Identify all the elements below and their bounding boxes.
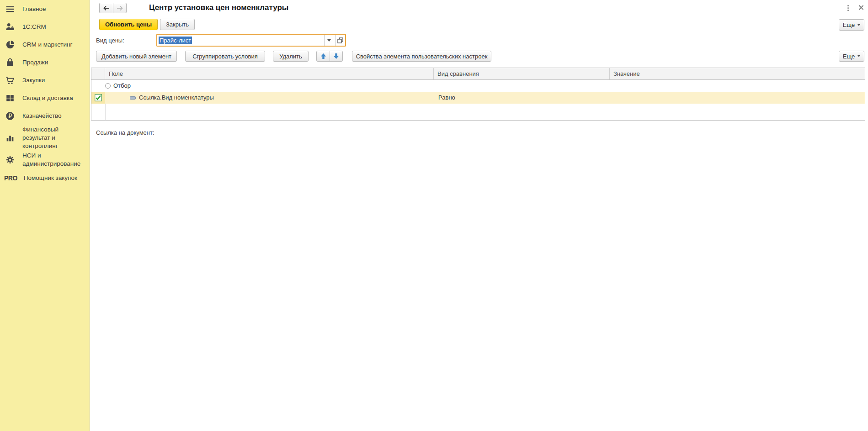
- table-row-group[interactable]: Отбор: [91, 80, 865, 92]
- sidebar-item-label: Казначейство: [22, 112, 62, 120]
- settings-properties-button[interactable]: Свойства элемента пользовательских настр…: [352, 51, 491, 62]
- header-checkbox-column: [91, 68, 105, 79]
- row-checkbox-cell: [91, 92, 105, 104]
- filter-table: Поле Вид сравнения Значение Отбор Ссылка…: [91, 68, 865, 121]
- sidebar-item-label: Закупки: [22, 76, 45, 84]
- page-title: Центр установка цен номенклатуры: [149, 3, 288, 12]
- header-comparison-column: Вид сравнения: [434, 68, 610, 79]
- grid-icon: [4, 93, 16, 103]
- more-button-label: Еще: [843, 21, 855, 28]
- group-conditions-button[interactable]: Сгруппировать условия: [185, 51, 265, 62]
- sidebar-item-finance[interactable]: Финансовый результат и контроллинг: [0, 125, 89, 151]
- back-button[interactable]: [100, 3, 113, 13]
- price-type-input[interactable]: Прайс-лист: [157, 35, 324, 46]
- sidebar-item-warehouse[interactable]: Склад и доставка: [0, 89, 89, 107]
- sidebar-item-label: Помощник закупок: [24, 174, 77, 182]
- more-button-top[interactable]: Еще: [839, 19, 864, 31]
- update-prices-button[interactable]: Обновить цены: [99, 19, 158, 30]
- forward-button[interactable]: [113, 3, 126, 13]
- row-field-value: Ссылка.Вид номенклатуры: [139, 94, 214, 101]
- sidebar-item-label: Главное: [22, 5, 46, 13]
- pro-badge-icon: PRO: [4, 174, 17, 182]
- open-in-window-icon: [337, 37, 343, 43]
- person-icon: [4, 22, 16, 32]
- sidebar-item-sales[interactable]: Продажи: [0, 53, 89, 71]
- sidebar-item-admin[interactable]: НСИ и администрирование: [0, 151, 89, 169]
- price-type-value: Прайс-лист: [159, 37, 192, 44]
- group-row-label: Отбор: [113, 82, 131, 89]
- ruble-icon: [4, 111, 16, 121]
- sidebar-item-label: Продажи: [22, 58, 48, 67]
- bag-icon: [4, 58, 16, 68]
- chevron-down-icon: [857, 24, 860, 26]
- bar-chart-icon: [4, 133, 16, 143]
- menu-icon: [4, 4, 16, 14]
- table-header: Поле Вид сравнения Значение: [91, 68, 865, 80]
- gear-icon: [4, 155, 16, 165]
- arrow-down-icon: [333, 53, 339, 59]
- sidebar-item-label: 1С:CRM: [22, 23, 46, 31]
- sidebar-item-label: НСИ и администрирование: [22, 152, 85, 168]
- move-down-button[interactable]: [330, 51, 342, 61]
- sidebar-item-treasury[interactable]: Казначейство: [0, 107, 89, 125]
- kebab-menu-icon[interactable]: [845, 4, 851, 12]
- move-up-button[interactable]: [317, 51, 330, 61]
- sidebar-item-label: CRM и маркетинг: [22, 41, 72, 49]
- collapse-toggle-icon[interactable]: [105, 83, 111, 89]
- header-field-column: Поле: [105, 68, 434, 79]
- cart-icon: [4, 75, 16, 85]
- price-type-open-button[interactable]: [335, 35, 345, 46]
- sidebar-item-purchases[interactable]: Закупки: [0, 71, 89, 89]
- document-link-label: Ссылка на документ:: [96, 129, 154, 136]
- app-window: Главное 1С:CRM CRM и маркетинг Продажи З: [0, 0, 868, 431]
- main-area: Центр установка цен номенклатуры Обновит…: [90, 0, 868, 431]
- more-button-label: Еще: [843, 53, 855, 60]
- sidebar-item-crm-marketing[interactable]: CRM и маркетинг: [0, 36, 89, 53]
- pie-chart-icon: [4, 40, 16, 50]
- table-row[interactable]: Ссылка.Вид номенклатуры Равно: [91, 92, 865, 104]
- sidebar-item-label: Финансовый результат и контроллинг: [22, 126, 85, 150]
- sidebar-item-main[interactable]: Главное: [0, 0, 89, 18]
- move-buttons: [316, 51, 343, 62]
- close-icon[interactable]: [857, 4, 864, 11]
- price-type-dropdown-button[interactable]: [324, 35, 333, 46]
- delete-button[interactable]: Удалить: [273, 51, 309, 62]
- add-element-button[interactable]: Добавить новый элемент: [96, 51, 177, 62]
- chevron-down-icon: [327, 39, 331, 42]
- price-type-field: Прайс-лист: [156, 34, 346, 47]
- checkbox-checked-icon[interactable]: [95, 94, 102, 101]
- arrow-up-icon: [320, 53, 326, 59]
- more-button-bottom[interactable]: Еще: [839, 51, 864, 62]
- history-nav: [99, 3, 127, 13]
- sidebar-item-label: Склад и доставка: [22, 94, 73, 102]
- sidebar-item-1c-crm[interactable]: 1С:CRM: [0, 18, 89, 36]
- header-value-column: Значение: [610, 68, 865, 79]
- row-comparison-value: Равно: [438, 94, 455, 101]
- sidebar: Главное 1С:CRM CRM и маркетинг Продажи З: [0, 0, 90, 431]
- sidebar-item-purchase-assistant[interactable]: PRO Помощник закупок: [0, 169, 89, 187]
- filter-item-icon: [130, 96, 136, 100]
- close-form-button[interactable]: Закрыть: [160, 19, 195, 30]
- price-type-label: Вид цены:: [96, 37, 124, 44]
- chevron-down-icon: [857, 55, 860, 57]
